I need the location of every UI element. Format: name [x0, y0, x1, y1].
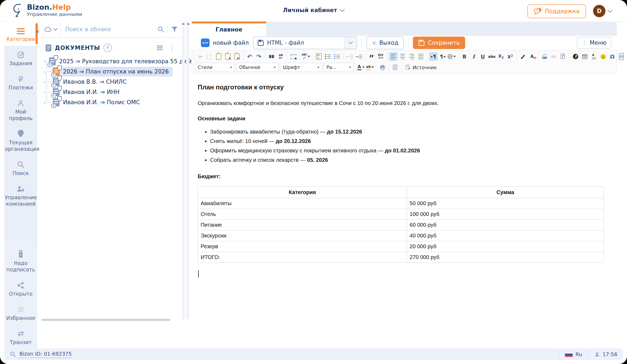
remove-format-icon[interactable]: A	[528, 52, 536, 61]
bizon-id[interactable]: Bizon ID: 01-692375	[19, 351, 72, 358]
expand-editor-handle[interactable]: »	[186, 20, 190, 27]
logo[interactable]: Bizon.Help Управление данными	[11, 3, 82, 17]
workspace-switcher[interactable]: Личный кабинет	[283, 7, 344, 13]
tree-expander-icon[interactable]: ▷	[44, 101, 47, 104]
more-options-icon[interactable]: ⋮	[167, 45, 177, 51]
flash-icon[interactable]: f	[571, 52, 580, 61]
paste-icon[interactable]	[214, 52, 223, 61]
cut-icon[interactable]: ✂	[196, 52, 205, 61]
div-container-icon[interactable]: DIV</>	[376, 52, 385, 61]
increase-indent-icon[interactable]: →	[354, 52, 363, 61]
exit-button[interactable]: × Выход	[366, 36, 404, 49]
highlight-color-icon[interactable]: ab	[366, 63, 374, 72]
menu-button[interactable]: ⋮ Меню	[577, 37, 611, 49]
table-icon[interactable]	[580, 52, 589, 61]
decrease-indent-icon[interactable]: ←	[345, 52, 354, 61]
numbered-list-icon[interactable]	[323, 52, 332, 61]
source-button[interactable]: Источник	[403, 65, 439, 70]
language-switcher[interactable]: Ru	[565, 351, 582, 357]
format-dropdown-button[interactable]	[344, 37, 357, 49]
sidebar-item-payments[interactable]: ₽ Платежи	[4, 70, 37, 94]
file-format-select[interactable]: HTML - файл	[253, 36, 357, 49]
smiley-icon[interactable]	[599, 52, 607, 61]
sidebar-item-favorites[interactable]: ☆ Избранное	[4, 300, 37, 325]
copy-icon[interactable]	[205, 52, 214, 61]
sidebar-item-opened[interactable]: Открыто	[4, 276, 37, 300]
tree-item-document[interactable]: ▷ 2025 ⇒ Руководство для телевизора 55 д…	[44, 56, 181, 66]
blockquote-icon[interactable]: ”	[367, 52, 376, 61]
filter-button[interactable]	[168, 26, 181, 33]
select-all-icon[interactable]	[289, 52, 298, 61]
templates-icon[interactable]	[314, 52, 323, 61]
italic-icon[interactable]: I	[469, 52, 478, 61]
subscript-icon[interactable]: X2	[497, 52, 505, 61]
sidebar-item-to-sign[interactable]: Б Надо подписать	[4, 246, 37, 276]
cloud-search-input[interactable]	[61, 26, 154, 33]
page-break-icon[interactable]	[617, 52, 626, 61]
document-properties-icon[interactable]	[391, 63, 399, 72]
tree-item-document[interactable]: ▷ Иванов И.И. ⇒ Полис ОМС	[44, 97, 181, 107]
align-justify-icon[interactable]	[416, 52, 425, 61]
align-left-icon[interactable]	[389, 52, 398, 61]
sidebar-item-profile[interactable]: Мой профиль	[4, 94, 37, 125]
collapse-sidebar-handle[interactable]: «	[36, 28, 39, 35]
horizontal-line-icon[interactable]: A	[590, 52, 598, 61]
save-button[interactable]: Сохранить	[413, 37, 465, 49]
print-icon[interactable]	[378, 63, 387, 72]
find-icon[interactable]	[267, 52, 276, 61]
language-icon[interactable]	[447, 52, 456, 61]
text-direction-rtl-icon[interactable]: ¶◀	[438, 52, 447, 61]
redo-icon[interactable]: ↷	[255, 52, 263, 61]
cloud-source-dropdown[interactable]	[40, 22, 61, 37]
sidebar-item-current-organization[interactable]: Текущая организация	[4, 125, 37, 156]
document-editing-area[interactable]: План подготовки к отпуску Организовать к…	[192, 74, 617, 347]
text-direction-ltr-icon[interactable]: ▶¶	[429, 52, 438, 61]
bulleted-list-icon[interactable]	[333, 52, 341, 61]
tree-expander-icon[interactable]: ▷	[44, 90, 47, 94]
tree-expander-icon[interactable]: ▷	[44, 70, 47, 74]
tree-item-document[interactable]: ▷ Иванов И.И. ⇒ ИНН	[44, 87, 181, 97]
special-character-icon[interactable]: Ω	[608, 52, 616, 61]
account-menu[interactable]: D	[593, 5, 612, 17]
underline-icon[interactable]: U	[478, 52, 487, 61]
sidebar-item-label: Транзит	[5, 339, 37, 345]
align-right-icon[interactable]	[407, 52, 416, 61]
paste-from-word-icon[interactable]: W	[233, 52, 241, 61]
collapse-tree-handle[interactable]: «	[182, 20, 185, 27]
tree-item-document-selected[interactable]: ▷ 2026 ⇒ План отпуска на июнь 2026	[44, 66, 181, 77]
tree-item-document[interactable]: ▷ Иванов В.В. ⇒ СНИЛС	[44, 77, 181, 87]
splitter-bar[interactable]	[182, 26, 185, 319]
text-color-icon[interactable]: A	[357, 63, 365, 72]
spellcheck-icon[interactable]: ABC✓	[302, 52, 310, 61]
copy-formatting-icon[interactable]	[518, 52, 527, 61]
tab-main[interactable]: Главное	[192, 22, 266, 36]
strikethrough-icon[interactable]: abc	[487, 52, 496, 61]
align-center-icon[interactable]	[398, 52, 407, 61]
help-icon[interactable]: ?	[103, 44, 112, 52]
sidebar-item-tasks[interactable]: Задания	[4, 46, 37, 70]
tree-expander-icon[interactable]: ▷	[44, 80, 47, 84]
list-view-icon[interactable]	[156, 44, 164, 51]
font-combo[interactable]: Шрифт	[280, 63, 322, 72]
sidebar-item-company-management[interactable]: Управление компанией	[4, 180, 37, 211]
undo-icon[interactable]: ↶	[245, 52, 254, 61]
sidebar-item-categories[interactable]: Категории	[4, 22, 37, 46]
horizontal-scrollbar[interactable]	[41, 319, 170, 321]
support-button[interactable]: ? Поддержка	[527, 4, 586, 18]
splitter-bar[interactable]	[186, 26, 189, 319]
bold-icon[interactable]: B	[460, 52, 469, 61]
unlink-icon[interactable]	[549, 52, 558, 61]
styles-combo[interactable]: Стили	[195, 63, 235, 72]
search-submit-button[interactable]	[154, 26, 168, 33]
tree-expander-icon[interactable]: ▷	[44, 60, 47, 63]
sidebar-item-transit[interactable]: ⇄ Транзит	[4, 325, 37, 349]
anchor-icon[interactable]	[559, 52, 567, 61]
paragraph-format-combo[interactable]: Обычное	[236, 63, 278, 72]
replace-icon[interactable]: abac	[276, 52, 285, 61]
sidebar-item-search[interactable]: Поиск	[4, 156, 37, 180]
close-icon: ×	[372, 40, 377, 46]
link-icon[interactable]	[540, 52, 549, 61]
font-size-combo[interactable]: Ра...	[324, 63, 354, 72]
superscript-icon[interactable]: X2	[506, 52, 514, 61]
paste-as-text-icon[interactable]: A	[224, 52, 232, 61]
